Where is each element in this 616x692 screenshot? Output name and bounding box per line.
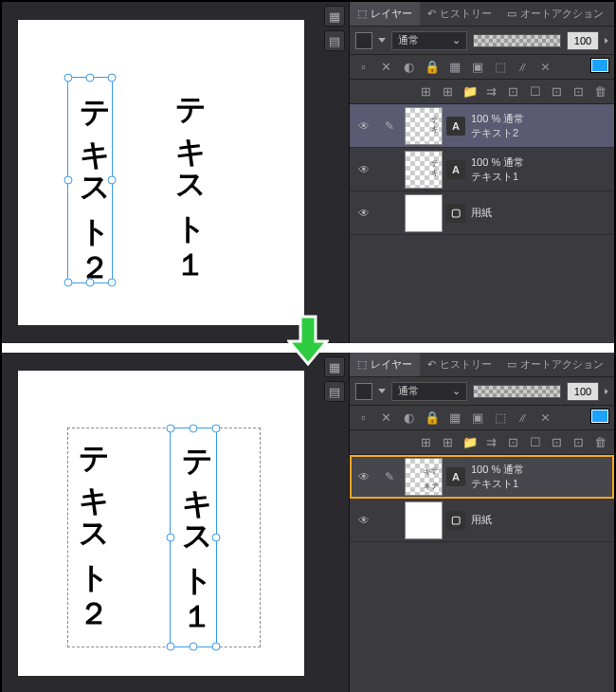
tone-icon[interactable]: ⬚: [492, 410, 508, 426]
tab-autoaction[interactable]: ▭オートアクション: [499, 353, 611, 376]
layer-color-swatch[interactable]: [591, 410, 608, 423]
new-folder-icon[interactable]: 📁: [462, 434, 478, 450]
visibility-toggle[interactable]: [350, 470, 378, 483]
layer-row-text2[interactable]: テキ A 100 % 通常 テキスト2: [350, 104, 614, 148]
visibility-toggle[interactable]: [350, 207, 378, 220]
layer-action-bar-1: ▫ ✕ ◐ 🔒 ▦ ▣ ⬚ ⫽ ⨯: [350, 406, 614, 430]
panel-tabs: ⬚レイヤー ↶ヒストリー ▭オートアクション: [350, 2, 614, 27]
border-icon[interactable]: ⫽: [515, 410, 531, 426]
scene-after: テキスト１ テキスト２ ▦ ▤ ⬚レイヤー ↶ヒストリー ▭オートアクション 通…: [2, 353, 614, 692]
dropdown-icon[interactable]: [378, 389, 386, 393]
color-icon[interactable]: ⨯: [537, 410, 553, 426]
layer-panel: ⬚レイヤー ↶ヒストリー ▭オートアクション 通常⌄ 100 ▫ ✕ ◐ 🔒 ▦…: [349, 353, 614, 692]
visibility-toggle[interactable]: [350, 163, 378, 176]
draft-icon[interactable]: ▣: [469, 59, 485, 75]
clip-icon[interactable]: ▫: [355, 59, 371, 75]
clip-icon[interactable]: ▫: [355, 410, 371, 426]
merge-icon[interactable]: ⊡: [505, 434, 521, 450]
transfer-icon[interactable]: ⇉: [483, 434, 499, 450]
scene-before: テキスト１ テキスト２ ▦ ▤ ⬚レイヤー ↶ヒストリー ▭オートアクション 通…: [2, 2, 614, 343]
new-raster-layer-icon[interactable]: ⊞: [418, 434, 434, 450]
opacity-value[interactable]: 100: [567, 31, 599, 50]
layer-label: 100 % 通常 テキスト2: [471, 112, 524, 139]
layer-thumbnail[interactable]: [405, 194, 443, 232]
effect-icon[interactable]: ✕: [378, 410, 394, 426]
text-object-1[interactable]: テキスト１: [176, 430, 218, 618]
ref-icon[interactable]: ▦: [446, 59, 462, 75]
tab-history[interactable]: ↶ヒストリー: [420, 353, 499, 376]
tool-icon[interactable]: ▤: [324, 30, 345, 51]
paper-layer-type-icon: ▢: [446, 204, 465, 223]
layer-thumbnail[interactable]: テキ: [405, 107, 443, 145]
layer-thumbnail[interactable]: テキテキ: [405, 458, 443, 496]
border-icon[interactable]: ⫽: [515, 59, 531, 75]
tone-icon[interactable]: ⬚: [492, 59, 508, 75]
tool-icon[interactable]: ▤: [324, 381, 345, 402]
apply-mask-icon[interactable]: ⊡: [549, 434, 565, 450]
palette-color-checkbox[interactable]: [355, 383, 372, 400]
text-object-1[interactable]: テキスト１: [170, 79, 211, 266]
mask-create-icon[interactable]: ☐: [527, 434, 543, 450]
layer-action-bar-1: ▫ ✕ ◐ 🔒 ▦ ▣ ⬚ ⫽ ⨯: [350, 55, 614, 80]
merge-icon[interactable]: ⊡: [505, 83, 521, 100]
lock-alpha-icon[interactable]: 🔒: [424, 59, 440, 75]
clear-icon[interactable]: ⊡: [571, 434, 587, 450]
delete-layer-icon[interactable]: 🗑: [592, 434, 608, 450]
tab-layers[interactable]: ⬚レイヤー: [350, 353, 420, 376]
new-vector-layer-icon[interactable]: ⊞: [440, 83, 456, 100]
visibility-toggle[interactable]: [350, 514, 378, 527]
layer-row-text1-merged[interactable]: テキテキ A 100 % 通常 テキスト1: [350, 455, 614, 499]
new-folder-icon[interactable]: 📁: [462, 83, 478, 100]
effect-icon[interactable]: ✕: [378, 59, 394, 75]
opacity-value[interactable]: 100: [567, 382, 599, 401]
layer-properties-bar: 通常⌄ 100: [350, 377, 614, 406]
layer-action-bar-2: ⊞ ⊞ 📁 ⇉ ⊡ ☐ ⊡ ⊡ 🗑: [350, 80, 614, 104]
draft-icon[interactable]: ▣: [469, 410, 485, 426]
selection-box[interactable]: テキスト１: [170, 428, 217, 647]
navigator-icon[interactable]: ▦: [324, 6, 345, 27]
blend-mode-select[interactable]: 通常⌄: [391, 382, 467, 401]
canvas-pane[interactable]: テキスト１ テキスト２: [2, 2, 320, 343]
layer-thumbnail[interactable]: [405, 501, 443, 539]
layer-row-paper[interactable]: ▢ 用紙: [350, 499, 614, 542]
tab-layers[interactable]: ⬚レイヤー: [350, 2, 420, 26]
visibility-toggle[interactable]: [350, 119, 378, 133]
opacity-slider[interactable]: [473, 385, 561, 398]
blend-mode-select[interactable]: 通常⌄: [391, 31, 467, 50]
mask-icon[interactable]: ◐: [401, 59, 417, 75]
layer-list: テキテキ A 100 % 通常 テキスト1 ▢ 用紙: [350, 455, 614, 692]
lock-alpha-icon[interactable]: 🔒: [424, 410, 440, 426]
canvas-pane[interactable]: テキスト１ テキスト２: [2, 353, 320, 692]
opacity-spinner-icon[interactable]: [605, 389, 608, 394]
clear-icon[interactable]: ⊡: [571, 83, 587, 100]
tab-history[interactable]: ↶ヒストリー: [420, 2, 499, 26]
transition-arrow: [2, 343, 614, 353]
palette-color-checkbox[interactable]: [355, 32, 372, 49]
layer-row-paper[interactable]: ▢ 用紙: [350, 191, 614, 235]
canvas[interactable]: テキスト１ テキスト２: [18, 20, 304, 325]
opacity-spinner-icon[interactable]: [605, 38, 608, 44]
panel-tabs: ⬚レイヤー ↶ヒストリー ▭オートアクション: [350, 353, 614, 377]
new-vector-layer-icon[interactable]: ⊞: [440, 434, 456, 450]
paper-layer-type-icon: ▢: [446, 511, 465, 530]
apply-mask-icon[interactable]: ⊡: [549, 83, 565, 100]
layer-color-swatch[interactable]: [591, 59, 608, 72]
layer-row-text1[interactable]: テキ A 100 % 通常 テキスト1: [350, 148, 614, 191]
text-object-2[interactable]: テキスト２: [73, 428, 115, 615]
dropdown-icon[interactable]: [378, 38, 386, 43]
tab-autoaction[interactable]: ▭オートアクション: [499, 2, 611, 26]
layer-thumbnail[interactable]: テキ: [405, 151, 443, 189]
color-icon[interactable]: ⨯: [537, 59, 553, 75]
text-layer-type-icon: A: [446, 117, 465, 136]
layer-label: 100 % 通常 テキスト1: [471, 155, 524, 183]
mask-icon[interactable]: ◐: [401, 410, 417, 426]
ref-icon[interactable]: ▦: [446, 410, 462, 426]
selection-box[interactable]: テキスト２: [67, 77, 113, 283]
layer-label: 100 % 通常 テキスト1: [471, 463, 524, 490]
opacity-slider[interactable]: [473, 34, 561, 47]
new-raster-layer-icon[interactable]: ⊞: [418, 83, 434, 100]
delete-layer-icon[interactable]: 🗑: [592, 83, 608, 100]
transfer-icon[interactable]: ⇉: [483, 83, 499, 100]
mask-create-icon[interactable]: ☐: [527, 83, 543, 100]
canvas[interactable]: テキスト１ テキスト２: [18, 371, 304, 676]
